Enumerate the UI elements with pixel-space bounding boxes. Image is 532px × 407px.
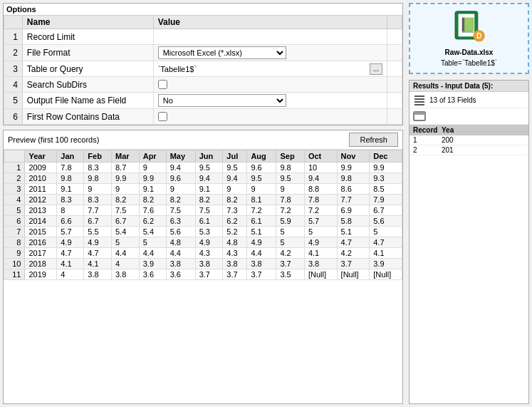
file-icon-box: 📗 D Raw-Data.xlsx Table=`Tabelle1$` xyxy=(409,3,529,74)
cell-jun: 9.1 xyxy=(195,184,223,195)
results-panel: Results - Input Data (5): 13 of 13 Field… xyxy=(409,80,529,404)
row-value-5: No Yes xyxy=(153,93,387,109)
cell-apr: 9 xyxy=(139,163,166,173)
preview-table-container[interactable]: Year Jan Feb Mar Apr May Jun Jul Aug Sep… xyxy=(4,150,402,403)
cell-dec: [Null] xyxy=(370,269,402,280)
cell-jun: 5.3 xyxy=(195,227,223,237)
fields-row: 13 of 13 Fields xyxy=(410,92,528,108)
preview-section: Preview (first 100 records) Refresh Year… xyxy=(3,130,403,404)
left-panel: Options Name Value 1 Record Limit xyxy=(0,0,406,407)
col-header-rownum xyxy=(4,150,25,163)
cell-num: 11 xyxy=(4,269,25,280)
cell-feb: 8.3 xyxy=(84,195,112,205)
preview-header-row: Year Jan Feb Mar Apr May Jun Jul Aug Sep… xyxy=(4,150,402,163)
cell-year: 2017 xyxy=(25,248,57,259)
table-row: 220109.89.89.99.99.69.49.49.59.59.49.89.… xyxy=(4,173,402,184)
col-header-may: May xyxy=(166,150,195,163)
cell-jun: 4.3 xyxy=(195,248,223,259)
row-value-2: Microsoft Excel (*.xlsx) CSV JSON xyxy=(153,45,387,61)
first-row-data-checkbox[interactable] xyxy=(158,112,167,121)
col-header-oct: Oct xyxy=(304,150,337,163)
cell-oct: 4.1 xyxy=(304,248,337,259)
row-num-1: 1 xyxy=(4,29,23,45)
cell-apr: 5.4 xyxy=(139,227,166,237)
record-icon-row xyxy=(410,108,528,125)
cell-sep: 5 xyxy=(276,237,304,248)
cell-nov: 8.6 xyxy=(337,184,370,195)
col-year-header: Yea xyxy=(442,126,470,134)
cell-feb: 4.1 xyxy=(84,259,112,269)
cell-may: 3.6 xyxy=(166,269,195,280)
cell-num: 9 xyxy=(4,248,25,259)
col-header-sep: Sep xyxy=(276,150,304,163)
cell-apr: 3.9 xyxy=(139,259,166,269)
cell-dec: 9.3 xyxy=(370,173,402,184)
cell-nov: 9.8 xyxy=(337,173,370,184)
svg-rect-7 xyxy=(414,101,424,103)
row-value-1 xyxy=(153,29,387,45)
cell-aug: 3.7 xyxy=(247,269,276,280)
results-header: Results - Input Data (5): xyxy=(410,81,528,92)
cell-mar: 5.4 xyxy=(112,227,140,237)
cell-apr: 9.1 xyxy=(139,184,166,195)
file-icon: 📗 D xyxy=(452,10,487,46)
cell-year: 2012 xyxy=(25,195,57,205)
cell-jan: 4.1 xyxy=(57,259,84,269)
cell-feb: 9 xyxy=(84,184,112,195)
cell-year: 2009 xyxy=(25,163,57,173)
record-limit-input[interactable] xyxy=(158,33,382,41)
preview-table: Year Jan Feb Mar Apr May Jun Jul Aug Sep… xyxy=(4,150,402,280)
cell-apr: 6.2 xyxy=(139,216,166,227)
table-row: 3 Table or Query `Tabelle1$` ... xyxy=(4,61,402,77)
cell-jul: 3.7 xyxy=(223,269,247,280)
cell-sep: 3.5 xyxy=(276,269,304,280)
table-row: 720155.75.55.45.45.65.35.25.1555.15 xyxy=(4,227,402,237)
row-num-4: 4 xyxy=(4,77,23,93)
record-icon xyxy=(413,110,426,122)
row-num-3: 3 xyxy=(4,61,23,77)
cell-num: 7 xyxy=(4,227,25,237)
file-format-select[interactable]: Microsoft Excel (*.xlsx) CSV JSON xyxy=(158,46,286,59)
cell-nov: 4.2 xyxy=(337,248,370,259)
output-field-select[interactable]: No Yes xyxy=(158,94,286,107)
cell-jan: 5.7 xyxy=(57,227,84,237)
cell-feb: 8.3 xyxy=(84,163,112,173)
cell-oct: 8.8 xyxy=(304,184,337,195)
cell-jun: 8.2 xyxy=(195,195,223,205)
cell-may: 3.8 xyxy=(166,259,195,269)
cell-year: 2011 xyxy=(25,184,57,195)
cell-apr: 5 xyxy=(139,237,166,248)
cell-sep: 7.2 xyxy=(276,205,304,216)
refresh-button[interactable]: Refresh xyxy=(349,133,398,147)
table-row: 420128.38.38.28.28.28.28.28.17.87.87.77.… xyxy=(4,195,402,205)
result-year-1: 200 xyxy=(442,136,470,144)
row-num-6: 6 xyxy=(4,109,23,125)
scroll-cell-5 xyxy=(387,93,402,109)
col-header-dec: Dec xyxy=(370,150,402,163)
cell-jun: 9.5 xyxy=(195,163,223,173)
table-row: 5 Output File Name as Field No Yes xyxy=(4,93,402,109)
cell-may: 9 xyxy=(166,184,195,195)
cell-year: 2019 xyxy=(25,269,57,280)
col-header-mar: Mar xyxy=(112,150,140,163)
scroll-cell-2 xyxy=(387,45,402,61)
cell-num: 3 xyxy=(4,184,25,195)
row-name-3: Table or Query xyxy=(22,61,153,77)
col-header-jul: Jul xyxy=(223,150,247,163)
cell-sep: 9.8 xyxy=(276,163,304,173)
search-subdirs-checkbox[interactable] xyxy=(158,80,167,89)
cell-mar: 6.7 xyxy=(112,216,140,227)
cell-aug: 9.5 xyxy=(247,173,276,184)
cell-sep: 9.5 xyxy=(276,173,304,184)
cell-jun: 6.1 xyxy=(195,216,223,227)
cell-jan: 9.1 xyxy=(57,184,84,195)
cell-dec: 7.9 xyxy=(370,195,402,205)
cell-jan: 6.6 xyxy=(57,216,84,227)
cell-num: 1 xyxy=(4,163,25,173)
cell-sep: 4.2 xyxy=(276,248,304,259)
col-header-feb: Feb xyxy=(84,150,112,163)
cell-sep: 7.8 xyxy=(276,195,304,205)
results-table-header: Record Yea xyxy=(410,125,528,135)
browse-button[interactable]: ... xyxy=(370,63,382,75)
row-value-3: `Tabelle1$` ... xyxy=(153,61,387,77)
